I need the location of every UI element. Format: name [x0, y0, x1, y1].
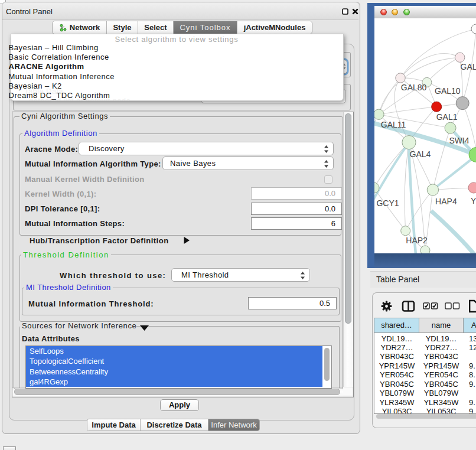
- svg-text:GAL4: GAL4: [410, 149, 431, 159]
- svg-text:SWI4: SWI4: [449, 136, 469, 145]
- svg-text:HAP4: HAP4: [435, 197, 457, 206]
- svg-text:GAL1: GAL1: [436, 112, 458, 122]
- svg-text:GCY1: GCY1: [376, 198, 399, 208]
- svg-text:HAP2: HAP2: [406, 236, 428, 245]
- svg-text:GAL11: GAL11: [381, 120, 406, 129]
- svg-text:GAL10: GAL10: [435, 86, 461, 96]
- svg-text:GAL80: GAL80: [401, 83, 427, 92]
- svg-text:Y: Y: [471, 196, 476, 206]
- svg-text:GAL: GAL: [461, 62, 476, 71]
